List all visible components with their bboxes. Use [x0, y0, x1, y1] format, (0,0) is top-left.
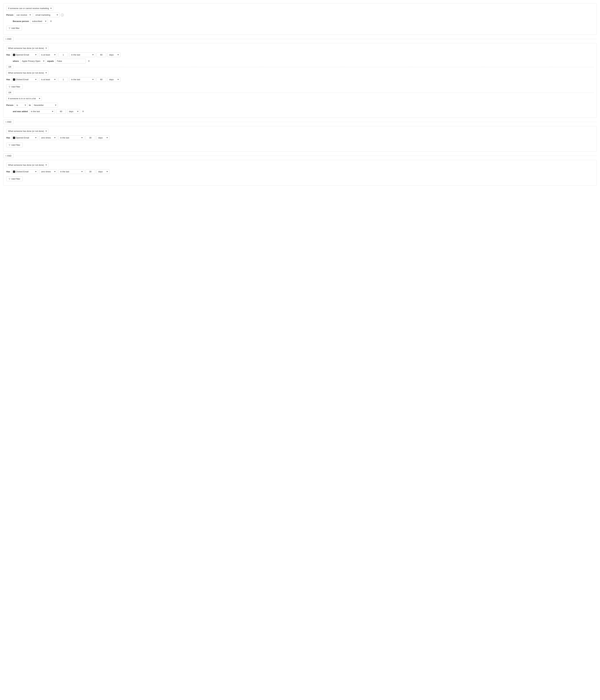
opened-email-zero-row: Has Opened Email zero times in the last … — [6, 135, 594, 140]
has-label-4: Has — [6, 170, 10, 173]
has-label-2a: Has — [6, 54, 10, 56]
opened-email-select-3[interactable]: Opened Email — [11, 135, 38, 140]
and-line-1 — [15, 39, 597, 39]
block-4: What someone has done (or not done) Has … — [3, 160, 597, 185]
where-close-button-2a[interactable]: ✕ — [87, 59, 91, 62]
equals-value-input-2a[interactable] — [55, 59, 86, 64]
time-value-input-4[interactable] — [85, 169, 95, 174]
subscribed-close-button[interactable]: ✕ — [49, 20, 53, 23]
clicked-email-row: Has Clicked Email is at least in the las… — [6, 77, 594, 82]
add-filter-button-2b[interactable]: ▽ Add Filter — [6, 84, 23, 89]
sub-block-2b: What someone has done (or not done) Has … — [6, 71, 594, 89]
and-connector-2: + AND — [3, 120, 597, 124]
apple-privacy-open-select[interactable]: Apple Privacy Open — [20, 59, 46, 64]
add-filter-button-3[interactable]: ▽ Add Filter — [6, 143, 23, 147]
sub-block-2c: If someone is in or not in a list Person… — [6, 96, 594, 114]
filter-icon-1: ▽ — [9, 27, 10, 29]
email-marketing-select[interactable]: email marketing — [34, 12, 59, 17]
has-label-3: Has — [6, 136, 10, 139]
where-row-2a: where Apple Privacy Open equals ✕ — [13, 59, 594, 64]
or-line-2 — [15, 93, 594, 93]
clicked-email-select[interactable]: Clicked Email — [11, 77, 38, 82]
time-value-input-3[interactable] — [85, 135, 95, 140]
filter-icon-4: ▽ — [9, 178, 10, 180]
in-the-last-select-2b[interactable]: in the last — [69, 77, 95, 82]
subscribed-select[interactable]: subscribed — [30, 19, 48, 24]
in-the-last-select-2a[interactable]: in the last — [69, 52, 95, 57]
and-was-added-label: and was added — [13, 110, 28, 112]
and-button-2[interactable]: + AND — [3, 120, 14, 124]
is-select-2c[interactable]: is — [15, 103, 28, 107]
because-person-label: Because person — [13, 20, 29, 22]
add-filter-label-2b: Add Filter — [11, 85, 20, 88]
add-filter-row-2b: ▽ Add Filter — [6, 83, 594, 89]
in-label-2c: in — [29, 104, 31, 106]
add-filter-label-4: Add Filter — [11, 178, 20, 180]
opened-email-row: Has Opened Email is at least in the last… — [6, 52, 594, 57]
clicked-email-icon — [13, 78, 15, 81]
days-select-2b[interactable]: days — [107, 77, 120, 82]
value-input-2a[interactable] — [58, 52, 68, 57]
in-list-select-2c[interactable]: If someone is in or not in a list — [6, 96, 42, 101]
or-button-1[interactable]: OR — [6, 65, 14, 69]
because-person-row: Because person subscribed ✕ — [13, 19, 594, 24]
newsletter-select-2c[interactable]: Newsletter — [32, 103, 58, 107]
clicked-email-select-4[interactable]: Clicked Email — [11, 169, 38, 174]
sub-block-2c-header: If someone is in or not in a list — [6, 96, 594, 101]
time-value-input-2c[interactable] — [56, 109, 66, 114]
opened-email-select[interactable]: Opened Email — [11, 52, 38, 57]
add-filter-button-4[interactable]: ▽ Add Filter — [6, 177, 23, 181]
and-connector-3: + AND — [3, 154, 597, 158]
block-marketing-header-row: If someone can or cannot receive marketi… — [6, 6, 594, 11]
or-connector-1: OR — [6, 65, 594, 69]
or-connector-2: OR — [6, 91, 594, 95]
person-label: Person — [6, 14, 14, 16]
opened-email-icon — [13, 54, 15, 56]
block-4-header: What someone has done (or not done) — [6, 162, 594, 167]
block-marketing: If someone can or cannot receive marketi… — [3, 3, 597, 35]
and-button-1[interactable]: + AND — [3, 37, 14, 41]
days-select-3[interactable]: days — [97, 135, 109, 140]
days-select-2a[interactable]: days — [107, 52, 120, 57]
and-was-added-row: and was added in the last days ✕ — [13, 109, 594, 114]
person-label-2c: Person — [6, 104, 14, 106]
marketing-type-select[interactable]: If someone can or cannot receive marketi… — [6, 6, 53, 11]
in-the-last-select-3[interactable]: in the last — [58, 135, 84, 140]
days-select-2c[interactable]: days — [67, 109, 80, 114]
where-label-2a: where — [13, 60, 19, 62]
zero-times-select-4[interactable]: zero times — [40, 169, 57, 174]
or-button-2[interactable]: OR — [6, 91, 14, 95]
and-was-added-close-button[interactable]: ✕ — [81, 110, 85, 113]
block-3: What someone has done (or not done) Has … — [3, 126, 597, 152]
time-value-input-2b[interactable] — [97, 77, 106, 82]
can-receive-select[interactable]: can receive — [15, 12, 32, 17]
add-filter-row-1: ▽ Add filter — [6, 25, 594, 30]
in-the-last-select-2c[interactable]: in the last — [29, 109, 55, 114]
info-icon[interactable]: i — [61, 14, 64, 17]
and-connector-1: + AND — [3, 37, 597, 41]
add-filter-button-1[interactable]: ▽ Add filter — [6, 26, 22, 30]
done-not-done-select-2b[interactable]: What someone has done (or not done) — [6, 71, 48, 75]
sub-block-2a: What someone has done (or not done) Has … — [6, 46, 594, 64]
block-group-2: What someone has done (or not done) Has … — [3, 43, 597, 118]
opened-email-label-3: Opened Email — [16, 136, 29, 139]
is-at-least-select-2b[interactable]: is at least — [40, 77, 57, 82]
and-button-3[interactable]: + AND — [3, 154, 14, 158]
time-value-input-2a[interactable] — [97, 52, 106, 57]
done-not-done-select-4[interactable]: What someone has done (or not done) — [6, 162, 48, 167]
days-select-4[interactable]: days — [97, 169, 109, 174]
block-3-header: What someone has done (or not done) — [6, 129, 594, 133]
zero-times-select-3[interactable]: zero times — [40, 135, 57, 140]
add-filter-row-3: ▽ Add Filter — [6, 142, 594, 147]
filter-icon-3: ▽ — [9, 144, 10, 146]
in-the-last-select-4[interactable]: in the last — [58, 169, 84, 174]
opened-email-icon-3 — [13, 137, 15, 139]
person-list-row: Person is in Newsletter — [6, 103, 594, 107]
done-not-done-select-2a[interactable]: What someone has done (or not done) — [6, 46, 48, 51]
sub-block-2a-header: What someone has done (or not done) — [6, 46, 594, 51]
sub-block-2b-header: What someone has done (or not done) — [6, 71, 594, 75]
is-at-least-select-2a[interactable]: is at least — [40, 52, 57, 57]
done-not-done-select-3[interactable]: What someone has done (or not done) — [6, 129, 48, 133]
or-line-1 — [15, 67, 594, 67]
value-input-2b[interactable] — [58, 77, 68, 82]
